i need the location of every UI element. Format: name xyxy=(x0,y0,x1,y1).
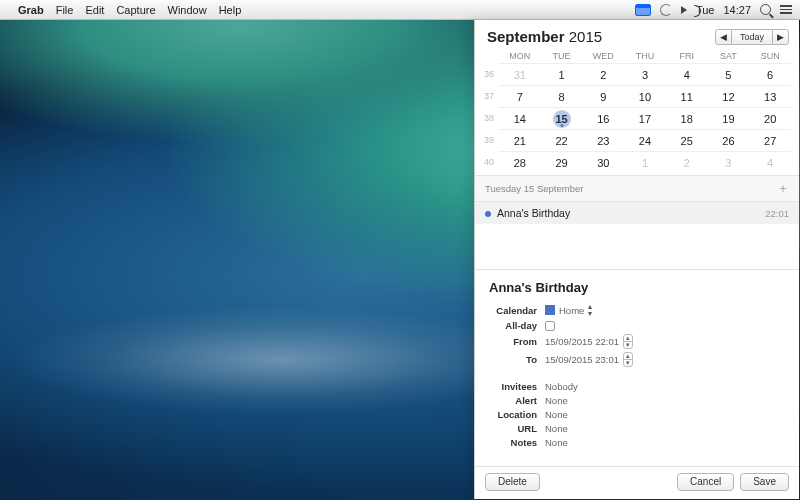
day-cell[interactable]: 2 xyxy=(582,63,624,85)
timemachine-icon[interactable] xyxy=(660,4,672,16)
day-cell[interactable]: 6 xyxy=(749,63,791,85)
notification-center-icon[interactable] xyxy=(780,5,792,14)
day-cell[interactable]: 22 xyxy=(541,129,583,151)
day-cell[interactable]: 7 xyxy=(499,85,541,107)
weekday-header: MONTUE WEDTHU FRISAT SUN xyxy=(479,49,791,63)
cancel-button[interactable]: Cancel xyxy=(677,473,734,491)
label-allday: All-day xyxy=(489,320,545,331)
day-cell[interactable]: 28 xyxy=(499,151,541,173)
to-stepper[interactable]: ▴▾ xyxy=(623,352,633,367)
day-cell[interactable]: 8 xyxy=(541,85,583,107)
menu-capture[interactable]: Capture xyxy=(116,4,155,16)
week-number: 36 xyxy=(479,63,499,85)
day-cell[interactable]: 1 xyxy=(624,151,666,173)
day-cell[interactable]: 10 xyxy=(624,85,666,107)
menu-window[interactable]: Window xyxy=(168,4,207,16)
menu-file[interactable]: File xyxy=(56,4,74,16)
day-cell[interactable]: 1 xyxy=(541,63,583,85)
detail-footer: Delete Cancel Save xyxy=(475,466,799,499)
calendar-select[interactable]: Home▴▾ xyxy=(545,303,592,317)
day-cell[interactable]: 4 xyxy=(666,63,708,85)
allday-checkbox[interactable] xyxy=(545,321,555,331)
day-cell[interactable]: 30 xyxy=(582,151,624,173)
day-cell[interactable]: 15 xyxy=(541,107,583,129)
day-cell[interactable]: 12 xyxy=(708,85,750,107)
calendar-panel: September 2015 ◀ Today ▶ MONTUE WEDTHU F… xyxy=(474,20,799,499)
day-cell[interactable]: 4 xyxy=(749,151,791,173)
from-datetime[interactable]: 15/09/2015 22:01 xyxy=(545,336,619,347)
day-cell[interactable]: 16 xyxy=(582,107,624,129)
from-stepper[interactable]: ▴▾ xyxy=(623,334,633,349)
day-cell[interactable]: 25 xyxy=(666,129,708,151)
week-row: 3921222324252627 xyxy=(479,129,791,151)
location-value[interactable]: None xyxy=(545,409,568,420)
week-row: 3778910111213 xyxy=(479,85,791,107)
day-cell[interactable]: 11 xyxy=(666,85,708,107)
selected-date-header: Tuesday 15 September ＋ xyxy=(475,175,799,202)
day-cell[interactable]: 3 xyxy=(708,151,750,173)
menubar: Grab File Edit Capture Window Help Tue 1… xyxy=(0,0,800,20)
menubar-status: Tue 14:27 xyxy=(635,4,792,16)
week-row: 402829301234 xyxy=(479,151,791,173)
day-cell[interactable]: 9 xyxy=(582,85,624,107)
alert-value[interactable]: None xyxy=(545,395,568,406)
menu-help[interactable]: Help xyxy=(219,4,242,16)
day-cell[interactable]: 17 xyxy=(624,107,666,129)
event-list-item[interactable]: Anna's Birthday 22:01 xyxy=(475,202,799,224)
day-cell[interactable]: 19 xyxy=(708,107,750,129)
day-cell[interactable]: 20 xyxy=(749,107,791,129)
event-title: Anna's Birthday xyxy=(497,207,570,219)
week-row: 3814151617181920 xyxy=(479,107,791,129)
menu-edit[interactable]: Edit xyxy=(85,4,104,16)
prev-month-button[interactable]: ◀ xyxy=(715,29,732,45)
day-cell[interactable]: 24 xyxy=(624,129,666,151)
url-value[interactable]: None xyxy=(545,423,568,434)
spotlight-icon[interactable] xyxy=(760,4,771,15)
invitees-value[interactable]: Nobody xyxy=(545,381,578,392)
notes-value[interactable]: None xyxy=(545,437,568,448)
detail-title: Anna's Birthday xyxy=(489,280,785,295)
app-name[interactable]: Grab xyxy=(18,4,44,16)
day-cell[interactable]: 21 xyxy=(499,129,541,151)
day-cell[interactable]: 31 xyxy=(499,63,541,85)
week-number: 37 xyxy=(479,85,499,107)
month-year-title: September 2015 xyxy=(487,28,602,45)
day-cell[interactable]: 5 xyxy=(708,63,750,85)
save-button[interactable]: Save xyxy=(740,473,789,491)
calendar-header: September 2015 ◀ Today ▶ xyxy=(475,20,799,49)
next-month-button[interactable]: ▶ xyxy=(772,29,789,45)
day-cell[interactable]: 2 xyxy=(666,151,708,173)
day-cell[interactable]: 26 xyxy=(708,129,750,151)
today-button[interactable]: Today xyxy=(732,29,772,45)
month-nav: ◀ Today ▶ xyxy=(715,29,789,45)
label-notes: Notes xyxy=(489,437,545,448)
label-invitees: Invitees xyxy=(489,381,545,392)
add-event-button[interactable]: ＋ xyxy=(777,180,789,197)
label-alert: Alert xyxy=(489,395,545,406)
label-calendar: Calendar xyxy=(489,305,545,316)
week-number: 39 xyxy=(479,129,499,151)
label-from: From xyxy=(489,336,545,347)
event-color-dot xyxy=(485,211,491,217)
event-detail-pane: Anna's Birthday Calendar Home▴▾ All-day … xyxy=(475,269,799,466)
delete-button[interactable]: Delete xyxy=(485,473,540,491)
day-cell[interactable]: 29 xyxy=(541,151,583,173)
week-number: 40 xyxy=(479,151,499,173)
week-number: 38 xyxy=(479,107,499,129)
to-datetime[interactable]: 15/09/2015 23:01 xyxy=(545,354,619,365)
week-row: 3631123456 xyxy=(479,63,791,85)
day-cell[interactable]: 27 xyxy=(749,129,791,151)
selected-date-label: Tuesday 15 September xyxy=(485,183,583,194)
day-cell[interactable]: 3 xyxy=(624,63,666,85)
day-cell[interactable]: 18 xyxy=(666,107,708,129)
day-cell[interactable]: 13 xyxy=(749,85,791,107)
volume-icon[interactable] xyxy=(681,6,687,14)
label-url: URL xyxy=(489,423,545,434)
label-location: Location xyxy=(489,409,545,420)
calendar-menubar-icon[interactable] xyxy=(635,4,651,16)
day-cell[interactable]: 14 xyxy=(499,107,541,129)
app-menu: Grab File Edit Capture Window Help xyxy=(18,4,241,16)
label-to: To xyxy=(489,354,545,365)
calendar-color-chip xyxy=(545,305,555,315)
day-cell[interactable]: 23 xyxy=(582,129,624,151)
